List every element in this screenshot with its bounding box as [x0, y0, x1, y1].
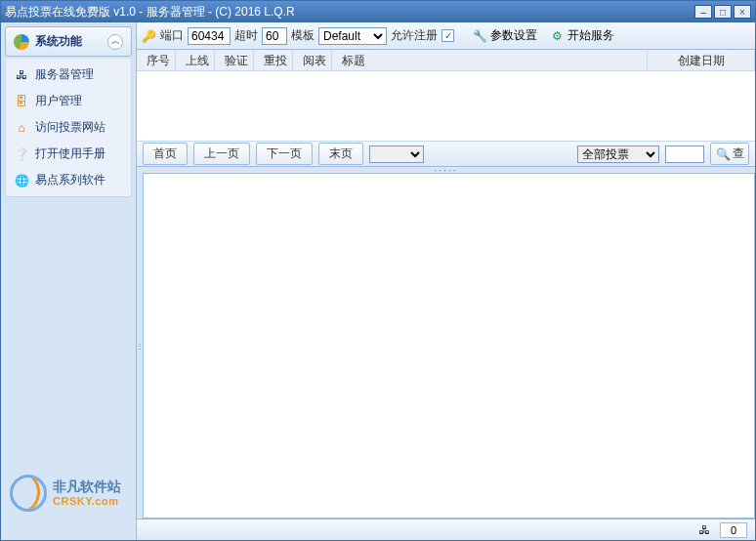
sidebar-item-label: 访问投票网站 — [35, 119, 105, 136]
page-select[interactable] — [369, 146, 424, 163]
sidebar-header[interactable]: 系统功能 ︿ — [5, 26, 132, 57]
start-label: 开始服务 — [567, 27, 614, 44]
window-controls: ‒ □ × — [694, 5, 751, 19]
titlebar: 易点投票在线免费版 v1.0 - 服务器管理 - (C) 2016 L.Q.R … — [1, 1, 755, 22]
search-button[interactable]: 🔍 查 — [710, 143, 749, 165]
table-header: 序号 上线 验证 重投 阅表 标题 创建日期 — [137, 50, 755, 71]
next-page-button[interactable]: 下一页 — [256, 143, 313, 165]
sidebar-item-user-manage[interactable]: 🗄 用户管理 — [10, 91, 127, 111]
first-page-button[interactable]: 首页 — [143, 143, 188, 165]
search-icon: 🔍 — [715, 146, 731, 162]
main-area: 🔑 端口 超时 模板 Default 允许注册 ✓ 🔧 参数设置 ⚙ 开 — [136, 22, 755, 540]
col-verify[interactable]: 验证 — [215, 50, 254, 70]
timeout-input[interactable] — [262, 27, 287, 45]
statusbar: 🖧 0 — [137, 519, 755, 540]
globe-icon: 🌐 — [14, 173, 29, 188]
template-select[interactable]: Default — [318, 27, 387, 45]
col-index[interactable]: 序号 — [137, 50, 176, 70]
detail-area — [143, 173, 755, 519]
chevron-up-icon[interactable]: ︿ — [107, 34, 123, 50]
search-input[interactable] — [665, 146, 704, 163]
home-icon: ⌂ — [14, 120, 29, 136]
sidebar-item-server-manage[interactable]: 🖧 服务器管理 — [10, 64, 127, 85]
col-online[interactable]: 上线 — [176, 50, 215, 70]
port-input[interactable] — [188, 27, 231, 45]
database-icon: 🗄 — [14, 94, 29, 109]
allow-reg-label: 允许注册 — [391, 27, 438, 44]
key-icon: 🔑 — [141, 28, 156, 44]
close-button[interactable]: × — [734, 5, 751, 19]
toolbar: 🔑 端口 超时 模板 Default 允许注册 ✓ 🔧 参数设置 ⚙ 开 — [137, 22, 755, 50]
sidebar-item-series[interactable]: 🌐 易点系列软件 — [10, 170, 127, 190]
wrench-icon: 🔧 — [472, 28, 487, 44]
template-label: 模板 — [291, 27, 315, 44]
sidebar-item-label: 易点系列软件 — [35, 172, 105, 188]
param-settings-button[interactable]: 🔧 参数设置 — [468, 25, 541, 46]
sidebar: 系统功能 ︿ 🖧 服务器管理 🗄 用户管理 ⌂ 访问投票网站 ❔ — [1, 22, 136, 540]
timeout-label: 超时 — [234, 27, 258, 44]
app-window: 易点投票在线免费版 v1.0 - 服务器管理 - (C) 2016 L.Q.R … — [0, 0, 756, 541]
col-title[interactable]: 标题 — [332, 50, 648, 70]
col-date[interactable]: 创建日期 — [648, 50, 755, 70]
status-count: 0 — [720, 522, 747, 538]
sidebar-title: 系统功能 — [35, 33, 82, 50]
sidebar-item-manual[interactable]: ❔ 打开使用手册 — [10, 144, 127, 164]
server-icon: 🖧 — [14, 67, 29, 83]
window-title: 易点投票在线免费版 v1.0 - 服务器管理 - (C) 2016 L.Q.R — [5, 4, 694, 21]
sidebar-items: 🖧 服务器管理 🗄 用户管理 ⌂ 访问投票网站 ❔ 打开使用手册 🌐 — [5, 59, 132, 197]
start-service-button[interactable]: ⚙ 开始服务 — [545, 25, 618, 46]
gear-icon: ⚙ — [549, 28, 565, 44]
prev-page-button[interactable]: 上一页 — [193, 143, 250, 165]
minimize-button[interactable]: ‒ — [694, 5, 712, 19]
window-body: 系统功能 ︿ 🖧 服务器管理 🗄 用户管理 ⌂ 访问投票网站 ❔ — [1, 22, 755, 540]
maximize-button[interactable]: □ — [714, 5, 732, 19]
col-revote[interactable]: 重投 — [254, 50, 293, 70]
col-read[interactable]: 阅表 — [293, 50, 332, 70]
pie-icon — [14, 34, 29, 50]
sidebar-item-label: 服务器管理 — [35, 66, 94, 83]
param-label: 参数设置 — [490, 27, 537, 44]
lower-pane — [137, 173, 755, 519]
port-label: 端口 — [160, 27, 184, 44]
last-page-button[interactable]: 末页 — [318, 143, 363, 165]
allow-reg-checkbox[interactable]: ✓ — [441, 29, 454, 42]
table-body — [137, 71, 755, 142]
pager-bar: 首页 上一页 下一页 末页 全部投票 🔍 查 — [137, 142, 755, 167]
sidebar-item-label: 打开使用手册 — [35, 146, 105, 162]
sidebar-item-label: 用户管理 — [35, 93, 82, 109]
sidebar-item-visit-site[interactable]: ⌂ 访问投票网站 — [10, 117, 127, 138]
help-icon: ❔ — [14, 146, 29, 162]
filter-select[interactable]: 全部投票 — [577, 146, 659, 163]
network-icon: 🖧 — [696, 522, 712, 538]
